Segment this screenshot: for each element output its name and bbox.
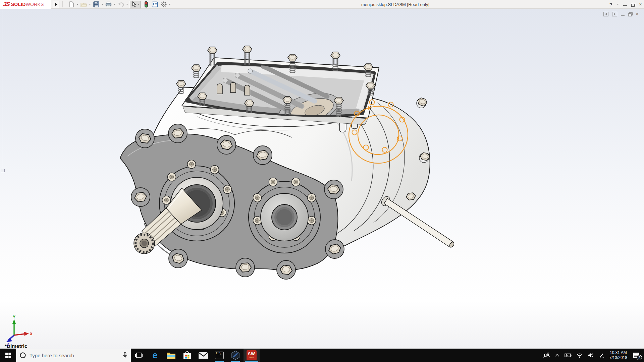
taskbar-app-hexagon[interactable]: [227, 349, 244, 362]
main-toolbar: [68, 0, 171, 9]
solidworks-logo: 3S SOLIDWORKS: [0, 0, 51, 9]
select-dropdown-caret[interactable]: [138, 4, 140, 5]
chevron-up-icon: [555, 354, 559, 357]
menu-flyout-button[interactable]: [53, 1, 59, 8]
hexagon-app-icon: [231, 351, 240, 360]
doc-restore-button[interactable]: [628, 12, 632, 16]
action-center-button[interactable]: 2: [630, 349, 644, 362]
pen-icon: [599, 353, 604, 358]
options-gear-icon[interactable]: [160, 1, 167, 8]
help-dropdown-caret[interactable]: [617, 4, 619, 5]
logo-text-works: WORKS: [26, 2, 44, 7]
doc-close-button[interactable]: ×: [636, 11, 639, 17]
taskbar-clock[interactable]: 10:31 AM 7/13/2018: [607, 349, 630, 362]
feature-pane-tab[interactable]: [1, 169, 5, 172]
app-restore-button[interactable]: [631, 3, 635, 6]
taskbar-app-store[interactable]: [179, 349, 195, 362]
selection-filter-icon[interactable]: [143, 1, 150, 8]
new-document-icon[interactable]: [68, 1, 75, 8]
volume-icon: [588, 353, 594, 358]
options-dropdown-caret[interactable]: [169, 4, 171, 5]
taskbar-search[interactable]: Type here to search: [16, 349, 131, 362]
orientation-triad[interactable]: Y X Z: [3, 314, 34, 346]
undo-icon[interactable]: [117, 1, 124, 8]
people-button[interactable]: [540, 349, 552, 362]
feature-pane-edge[interactable]: [3, 9, 3, 170]
task-view-button[interactable]: [131, 349, 147, 362]
doc-minimize-button[interactable]: [621, 12, 625, 16]
3ds-swoosh-icon: 3S: [3, 1, 10, 8]
sw-icon-letters: SW: [248, 352, 255, 356]
wifi-icon: [576, 353, 583, 358]
sw-icon-year: 2017: [249, 356, 254, 359]
system-tray: 10:31 AM 7/13/2018 2: [540, 349, 644, 362]
cortana-icon: [19, 352, 26, 359]
graphics-viewport[interactable]: × Y X Z *Dimetric: [0, 9, 644, 349]
svg-text:e: e: [152, 351, 157, 360]
battery-charging-icon: [564, 353, 572, 357]
clock-date: 7/13/2018: [609, 355, 627, 360]
taskbar-app-command-prompt[interactable]: C:\_: [211, 349, 227, 362]
select-tool-active[interactable]: [130, 1, 141, 8]
taskbar-app-edge[interactable]: e: [147, 349, 163, 362]
logo-text-solid: SOLID: [11, 2, 26, 7]
triad-y-label: Y: [13, 315, 15, 319]
task-view-icon: [135, 352, 143, 358]
taskbar-app-mail[interactable]: [195, 349, 211, 362]
print-icon[interactable]: [105, 1, 112, 8]
solidworks-2017-icon: SW 2017: [247, 350, 257, 360]
window-title: menjac sklop.SLDASM [Read-only]: [361, 0, 429, 9]
display-settings-icon[interactable]: [151, 1, 158, 8]
store-icon: [183, 351, 192, 360]
windows-taskbar: Type here to search e: [0, 349, 644, 362]
pane-right-icon: [614, 13, 615, 15]
select-cursor-icon: [131, 1, 137, 7]
windows-logo-icon: [5, 353, 11, 358]
view-orientation-label: *Dimetric: [5, 343, 28, 349]
document-window-controls: ×: [603, 11, 639, 17]
open-dropdown-caret[interactable]: [89, 4, 91, 5]
pane-left-button[interactable]: [603, 12, 608, 16]
tray-overflow-button[interactable]: [552, 349, 562, 362]
save-dropdown-caret[interactable]: [101, 4, 103, 5]
undo-dropdown-caret[interactable]: [126, 4, 128, 5]
app-close-button[interactable]: ×: [639, 2, 642, 7]
help-button[interactable]: ?: [609, 2, 612, 7]
mail-icon: [199, 352, 208, 359]
gearbox-assembly-model[interactable]: [0, 9, 644, 349]
flyout-arrow-icon: [55, 3, 57, 6]
file-explorer-icon: [166, 351, 176, 359]
pane-right-button[interactable]: [612, 12, 617, 16]
volume-button[interactable]: [585, 349, 596, 362]
toolbar-separator: [62, 1, 63, 7]
title-bar: 3S SOLIDWORKS: [0, 0, 644, 9]
triad-x-label: X: [30, 332, 33, 336]
search-placeholder: Type here to search: [30, 353, 119, 358]
people-icon: [543, 352, 550, 358]
wifi-button[interactable]: [574, 349, 585, 362]
microphone-icon[interactable]: [123, 352, 127, 359]
clock-time: 10:31 AM: [610, 350, 627, 355]
new-dropdown-caret[interactable]: [76, 4, 78, 5]
battery-button[interactable]: [562, 349, 574, 362]
taskbar-app-file-explorer[interactable]: [163, 349, 179, 362]
notification-badge: 2: [637, 355, 642, 360]
app-minimize-button[interactable]: [623, 3, 627, 6]
save-icon[interactable]: [93, 1, 100, 8]
print-dropdown-caret[interactable]: [114, 4, 116, 5]
pen-button[interactable]: [596, 349, 607, 362]
edge-icon: e: [150, 351, 160, 360]
start-button[interactable]: [0, 349, 16, 362]
pane-left-icon: [605, 13, 607, 15]
command-prompt-icon: C:\_: [215, 352, 224, 359]
open-icon[interactable]: [80, 1, 87, 8]
taskbar-app-solidworks[interactable]: SW 2017: [244, 349, 260, 362]
